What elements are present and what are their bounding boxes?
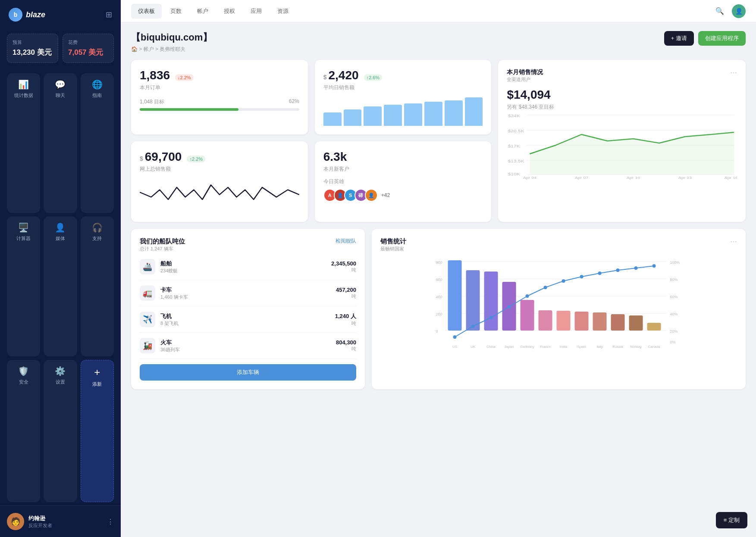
page-title: 【biqubiqu.com】 xyxy=(131,31,212,44)
tab-pages[interactable]: 页数 xyxy=(163,4,188,19)
fleet-item-ship: 🚢 船舶 234艘艇 2,345,500 吨 xyxy=(140,254,356,280)
tab-resources[interactable]: 资源 xyxy=(270,4,295,19)
add-vehicle-button[interactable]: 添加车辆 xyxy=(140,364,356,381)
svg-text:UK: UK xyxy=(471,345,476,349)
breadcrumb-separator: > xyxy=(139,46,143,52)
svg-text:80%: 80% xyxy=(670,278,678,282)
content-area: 【biqubiqu.com】 🏠 > 帐户 > 奥弗维耶夫 + 邀请 创建应用程… xyxy=(121,22,756,537)
fleet-plane-count: 8 架飞机 xyxy=(160,320,330,327)
sidebar-item-statistics[interactable]: 📊 统计数据 xyxy=(7,73,40,213)
security-icon: 🛡️ xyxy=(18,366,29,376)
sales-stats-chart: 800 600 400 200 0 100% 80% 60% 40% 20% 0… xyxy=(380,257,737,352)
calculator-icon: 🖥️ xyxy=(18,222,29,233)
svg-text:US: US xyxy=(452,345,457,349)
tab-account[interactable]: 帐户 xyxy=(190,4,215,19)
new-customers-label: 本月新客户 xyxy=(323,165,483,173)
svg-rect-32 xyxy=(448,260,461,331)
mini-bar-8 xyxy=(465,97,483,126)
svg-text:20%: 20% xyxy=(670,329,678,334)
svg-text:Russia: Russia xyxy=(612,345,623,349)
sidebar-item-guide[interactable]: 🌐 指南 xyxy=(81,73,114,213)
expense-amount: 7,057 美元 xyxy=(68,47,108,57)
sidebar-item-settings[interactable]: ⚙️ 设置 xyxy=(44,360,77,502)
mini-bar-chart xyxy=(323,91,483,126)
avatar: 🧑 xyxy=(7,513,24,530)
sales-note: 另有 $48,346 至目标 xyxy=(507,103,737,111)
stats-more-button[interactable]: ⋯ xyxy=(730,237,737,246)
bottom-grid: 我们的船队吨位 总计 1,247 辆车 检阅舰队 🚢 船舶 234艘艇 2,34… xyxy=(131,229,746,389)
sales-card-header: 本月销售情况 全渠道用户 ⋯ xyxy=(507,69,737,83)
mini-bar-2 xyxy=(344,109,362,126)
user-menu-icon[interactable]: ⋮ xyxy=(107,518,114,526)
stats-header: 销售统计 最畅销国家 ⋯ xyxy=(380,237,737,252)
orders-label: 本月订单 xyxy=(140,84,299,91)
tab-apps[interactable]: 应用 xyxy=(244,4,269,19)
svg-text:China: China xyxy=(486,345,496,349)
new-customers-card: 6.3k 本月新客户 今日英雄 A 👤 S 碲 👤 +42 xyxy=(315,141,492,222)
sidebar-top-settings-icon[interactable]: ⊞ xyxy=(106,10,112,19)
monthly-sales-chart: $24K $20.5K $17K $13.5K $10K xyxy=(507,111,737,180)
hero-label: 今日英雄 xyxy=(323,178,483,185)
fleet-title: 我们的船队吨位 xyxy=(140,237,185,246)
sidebar-item-security[interactable]: 🛡️ 安全 xyxy=(7,360,40,502)
svg-text:60%: 60% xyxy=(670,295,678,299)
fleet-truck-count: 1,460 辆卡车 xyxy=(160,294,331,300)
sidebar-header: b blaze ⊞ xyxy=(0,0,121,29)
tab-auth[interactable]: 授权 xyxy=(217,4,242,19)
svg-point-50 xyxy=(562,279,565,283)
svg-text:$10K: $10K xyxy=(508,172,520,176)
top-nav-actions: 🔍 👤 xyxy=(713,4,746,18)
invite-button[interactable]: + 邀请 xyxy=(664,31,694,46)
view-fleet-button[interactable]: 检阅舰队 xyxy=(336,237,356,245)
sidebar-item-support[interactable]: 🎧 支持 xyxy=(81,216,114,356)
sidebar-footer: 🧑 约翰逊 反应开发者 ⋮ xyxy=(0,506,121,537)
svg-rect-42 xyxy=(629,315,643,331)
svg-rect-33 xyxy=(466,270,480,331)
fleet-card: 我们的船队吨位 总计 1,247 辆车 检阅舰队 🚢 船舶 234艘艇 2,34… xyxy=(131,229,365,389)
svg-text:800: 800 xyxy=(436,260,442,265)
progress-fill xyxy=(140,108,238,111)
svg-text:Apr 13: Apr 13 xyxy=(678,175,692,179)
chat-icon: 💬 xyxy=(55,79,66,90)
svg-point-49 xyxy=(543,286,547,289)
sidebar-item-label: 聊天 xyxy=(56,92,65,99)
total-sales-value: 69,700 xyxy=(145,150,182,164)
logo-text: blaze xyxy=(26,10,45,19)
sidebar-item-media[interactable]: 👤 媒体 xyxy=(44,216,77,356)
sidebar-item-add[interactable]: + 添新 xyxy=(81,360,114,502)
svg-rect-36 xyxy=(520,300,534,331)
mini-bar-5 xyxy=(404,103,422,126)
sales-more-button[interactable]: ⋯ xyxy=(730,69,737,77)
svg-text:$20.5K: $20.5K xyxy=(508,129,524,133)
fleet-truck-unit: 吨 xyxy=(336,293,356,300)
fleet-truck-name: 卡车 xyxy=(160,286,331,294)
svg-rect-37 xyxy=(538,310,552,331)
user-avatar-button[interactable]: 👤 xyxy=(732,4,746,18)
logo-icon: b xyxy=(9,8,22,22)
tab-dashboard[interactable]: 仪表板 xyxy=(131,4,162,19)
search-button[interactable]: 🔍 xyxy=(713,4,727,18)
sidebar-item-chat[interactable]: 💬 聊天 xyxy=(44,73,77,213)
avg-sales-badge: ↑2.6% xyxy=(364,74,383,81)
orders-card: 1,836 ↓2.2% 本月订单 1,048 目标 62% xyxy=(131,60,308,134)
statistics-icon: 📊 xyxy=(18,79,29,90)
svg-point-46 xyxy=(489,316,492,319)
svg-text:Apr 16: Apr 16 xyxy=(725,175,737,179)
stats-title-section: 销售统计 最畅销国家 xyxy=(380,237,406,252)
svg-rect-38 xyxy=(556,311,570,331)
svg-point-44 xyxy=(453,335,456,339)
customize-button[interactable]: ≡ 定制 xyxy=(716,512,747,528)
progress-bar xyxy=(140,108,299,111)
sidebar-item-calculator[interactable]: 🖥️ 计算器 xyxy=(7,216,40,356)
create-app-button[interactable]: 创建应用程序 xyxy=(698,31,746,46)
sidebar-item-label: 媒体 xyxy=(56,235,65,242)
fleet-train-amount: 804,300 xyxy=(336,339,356,346)
fleet-ship-unit: 吨 xyxy=(331,267,356,273)
svg-rect-41 xyxy=(611,314,624,331)
guide-icon: 🌐 xyxy=(92,79,103,90)
svg-text:Norway: Norway xyxy=(630,345,642,349)
orders-value: 1,836 xyxy=(140,69,170,82)
svg-rect-39 xyxy=(574,312,588,331)
fleet-subtitle: 总计 1,247 辆车 xyxy=(140,246,185,252)
breadcrumb-path: 帐户 > 奥弗维耶夫 xyxy=(144,46,186,52)
